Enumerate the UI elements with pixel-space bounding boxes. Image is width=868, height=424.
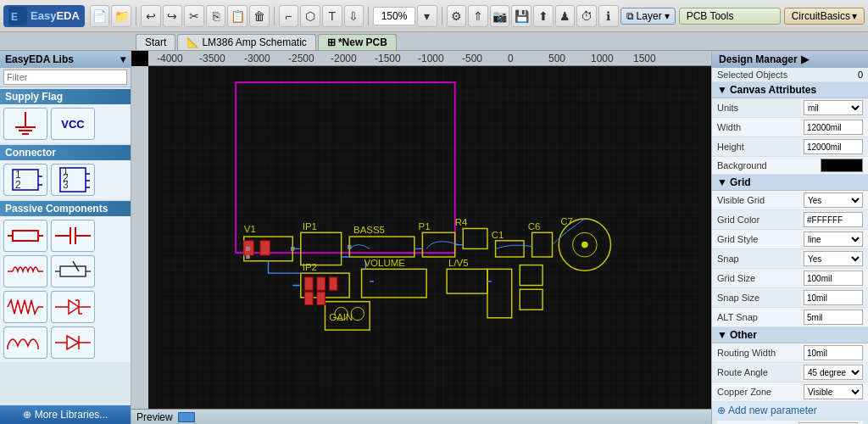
grid-color-input[interactable] — [804, 212, 863, 227]
snap-size-row: Snap Size — [712, 288, 868, 308]
delete-btn[interactable]: 🗑 — [249, 5, 270, 27]
zener-component[interactable] — [51, 291, 95, 323]
zoom-input[interactable] — [373, 7, 415, 25]
svg-text:-2000: -2000 — [131, 81, 134, 107]
grid-size-input[interactable] — [804, 271, 863, 286]
supply-items: VCC — [0, 104, 131, 143]
grid-color-label: Grid Color — [717, 215, 804, 225]
main-area: EasyEDA Libs ▾ × Supply Flag VCC — [0, 51, 868, 424]
info-btn[interactable]: ℹ — [598, 5, 619, 27]
variable-resistor-component[interactable] — [51, 255, 95, 287]
inductor-component[interactable] — [3, 255, 47, 287]
add-param-btn[interactable]: ⊕ Add new parameter — [712, 402, 868, 419]
new-btn[interactable]: 📄 — [90, 5, 110, 27]
share-btn[interactable]: ⇑ — [468, 5, 488, 27]
app-logo[interactable]: E EasyEDA — [3, 5, 85, 27]
design-manager-label: Design Manager — [719, 53, 798, 65]
svg-text:IP2: IP2 — [303, 262, 317, 272]
tab-start[interactable]: Start — [136, 34, 175, 50]
svg-text:C6: C6 — [528, 221, 541, 232]
alt-snap-input[interactable] — [804, 310, 863, 325]
canvas-section-label: Canvas Attributes — [730, 84, 816, 96]
undo-btn[interactable]: ↩ — [141, 5, 161, 27]
history-btn[interactable]: ⏱ — [576, 5, 597, 27]
section-supply-flag: Supply Flag — [0, 89, 131, 104]
cut-btn[interactable]: ✂ — [184, 5, 204, 27]
routing-width-label: Routing Width — [717, 348, 804, 358]
width-label: Width — [717, 122, 804, 132]
snap-select[interactable]: YesNo — [804, 251, 863, 266]
capacitor-component[interactable] — [51, 220, 95, 252]
inductor2-component[interactable] — [3, 326, 47, 359]
mouse-section: Mouse-X Mouse-Y Mouse-DX — [712, 419, 868, 424]
layer-btn[interactable]: ⧉ Layer ▾ — [620, 8, 676, 25]
more-libraries-btn[interactable]: ⊕ More Libraries... — [0, 405, 131, 424]
preview-indicator[interactable] — [178, 412, 195, 422]
tab-new-pcb[interactable]: ⊞ *New PCB — [318, 34, 397, 50]
grid-size-row: Grid Size — [712, 269, 868, 288]
redo-btn[interactable]: ↪ — [163, 5, 183, 27]
text-btn[interactable]: T — [322, 5, 342, 27]
copper-zone-row: Copper Zone VisibleHidden — [712, 382, 868, 402]
height-row: Height — [712, 137, 868, 157]
svg-rect-90 — [305, 292, 314, 304]
resistor2-component[interactable] — [3, 291, 47, 323]
svg-text:C7: C7 — [560, 216, 573, 226]
svg-rect-86 — [260, 241, 270, 255]
connector-items: 1 2 1 2 3 — [0, 160, 131, 199]
steam-btn[interactable]: ♟ — [555, 5, 576, 27]
svg-text:V1: V1 — [244, 224, 256, 234]
vcc-component[interactable]: VCC — [51, 108, 95, 140]
component-btn[interactable]: ⬡ — [300, 5, 320, 27]
filter-input[interactable] — [3, 70, 127, 85]
camera-btn[interactable]: 📷 — [490, 5, 510, 27]
right-panel: Design Manager ▶ Selected Objects 0 ▼ Ca… — [711, 51, 868, 424]
sidebar-dropdown-icon[interactable]: ▾ — [120, 53, 125, 65]
other-section[interactable]: ▼ Other — [712, 327, 868, 343]
grid-section[interactable]: ▼ Grid — [712, 175, 868, 191]
canvas-attributes-section[interactable]: ▼ Canvas Attributes — [712, 82, 868, 98]
settings-btn[interactable]: ⚙ — [447, 5, 467, 27]
copy-btn[interactable]: ⎘ — [206, 5, 226, 27]
layer-dropdown-icon: ▾ — [665, 10, 670, 22]
export-btn[interactable]: ⬆ — [533, 5, 554, 27]
wire-btn[interactable]: ⌐ — [279, 5, 299, 27]
zoom-dropdown[interactable]: ▾ — [417, 5, 437, 27]
conn2-component[interactable]: 1 2 — [3, 164, 47, 196]
copper-zone-label: Copper Zone — [717, 387, 804, 397]
grid-style-select[interactable]: linedot — [804, 232, 863, 247]
background-label: Background — [717, 160, 821, 170]
svg-rect-92 — [247, 247, 250, 250]
filter-row: × — [0, 68, 131, 87]
background-color-box[interactable] — [821, 159, 863, 172]
copper-zone-select[interactable]: VisibleHidden — [804, 384, 863, 399]
save-btn[interactable]: 💾 — [511, 5, 531, 27]
design-manager-arrow[interactable]: ▶ — [801, 53, 809, 65]
import-btn[interactable]: ⇩ — [344, 5, 364, 27]
canvas-section-arrow: ▼ — [717, 84, 727, 96]
units-select[interactable]: milmminch — [804, 100, 863, 115]
svg-text:-2500: -2500 — [288, 53, 314, 64]
height-input[interactable] — [804, 139, 863, 154]
width-input[interactable] — [804, 120, 863, 135]
sidebar-title: EasyEDA Libs — [5, 53, 74, 65]
tab-schematic[interactable]: 📐 LM386 Amp Schematic — [177, 34, 315, 50]
gnd-component[interactable] — [3, 108, 47, 140]
circuit-basics-btn[interactable]: CircuitBasics ▾ — [784, 8, 865, 25]
svg-text:BASS5: BASS5 — [353, 225, 385, 235]
svg-rect-89 — [329, 277, 337, 290]
visible-grid-select[interactable]: YesNo — [804, 192, 863, 208]
snap-size-input[interactable] — [804, 290, 863, 305]
svg-rect-28 — [60, 266, 86, 276]
paste-btn[interactable]: 📋 — [227, 5, 248, 27]
pcb-canvas[interactable]: GAIN — [148, 66, 711, 409]
pcb-tools-label: PCB Tools — [687, 10, 734, 22]
open-btn[interactable]: 📁 — [111, 5, 131, 27]
diode-component[interactable] — [51, 326, 95, 359]
route-angle-select[interactable]: 45 degree90 degreeFree — [804, 365, 863, 380]
conn3-component[interactable]: 1 2 3 — [51, 164, 95, 196]
resistor-component[interactable] — [3, 220, 47, 252]
svg-text:R4: R4 — [455, 217, 468, 227]
routing-width-input[interactable] — [804, 345, 863, 360]
circuit-dropdown-icon: ▾ — [852, 10, 857, 22]
